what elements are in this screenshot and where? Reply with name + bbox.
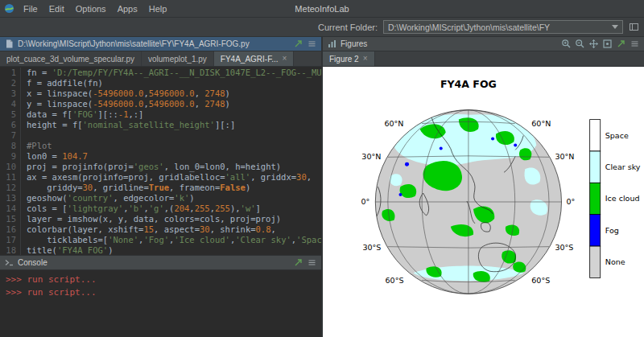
code-line[interactable]: 12 griddy=30, gridline=True, frameon=Fal… bbox=[0, 183, 321, 193]
code-line[interactable]: 10proj = projinfo(proj='geos', lon_0=lon… bbox=[0, 162, 321, 172]
tab[interactable]: FY4A_AGRI-F...× bbox=[214, 51, 295, 66]
code-line[interactable]: 4y = linspace(-5496000.0,5496000.0, 2748… bbox=[0, 99, 321, 109]
tab[interactable]: volumeplot_1.py bbox=[142, 51, 214, 66]
figure-title: FY4A FOG bbox=[440, 78, 497, 90]
line-number: 1 bbox=[0, 68, 21, 78]
code-line[interactable]: 13geoshow('country', edgecolor='k') bbox=[0, 193, 321, 203]
line-content: fn = 'D:/Temp/FY/FY4A--_AGRI--__N_DISK_1… bbox=[27, 68, 321, 78]
code-line[interactable]: 8#Plot bbox=[0, 141, 321, 151]
menu-icon[interactable] bbox=[630, 39, 640, 49]
line-content: ticklabels=['None','Fog','Ice cloud','Cl… bbox=[27, 235, 321, 245]
chevron-down-icon[interactable] bbox=[612, 25, 618, 29]
code-line[interactable]: 16colorbar(layer, xshift=15, aspect=30, … bbox=[0, 224, 321, 235]
tab-label: volumeplot_1.py bbox=[148, 55, 207, 64]
menu-options[interactable]: Options bbox=[70, 2, 112, 15]
console-output[interactable]: >>> run script...>>> run script... bbox=[0, 270, 321, 337]
menubar: FileEditOptionsAppsHelp MeteoInfoLab bbox=[0, 0, 644, 18]
line-number: 5 bbox=[0, 109, 21, 120]
code-line[interactable]: 9lon0 = 104.7 bbox=[0, 151, 321, 162]
undock-icon[interactable] bbox=[293, 39, 303, 49]
undock-icon[interactable] bbox=[293, 257, 303, 268]
code-line[interactable]: 1fn = 'D:/Temp/FY/FY4A--_AGRI--__N_DISK_… bbox=[0, 68, 321, 78]
code-line[interactable]: 18title('FY4A FOG') bbox=[0, 245, 321, 255]
line-content: geoshow('country', edgecolor='k') bbox=[27, 193, 195, 203]
console-titlebar[interactable]: Console bbox=[0, 256, 321, 270]
code-line[interactable]: 15layer = imshow(x, y, data, colors=cols… bbox=[0, 214, 321, 224]
line-content: ax = axesm(projinfo=proj, gridlabelloc='… bbox=[27, 172, 312, 183]
menu-help[interactable]: Help bbox=[143, 2, 173, 15]
colorbar-label: Ice cloud bbox=[605, 195, 640, 203]
line-number: 11 bbox=[0, 172, 21, 183]
figure-canvas[interactable]: FY4A FOG bbox=[323, 67, 644, 337]
line-content: y = linspace(-5496000.0,5496000.0, 2748) bbox=[27, 99, 230, 109]
line-content: griddy=30, gridline=True, frameon=False) bbox=[27, 183, 250, 193]
main-split: D:\Working\MIScript\Jython\mis\satellite… bbox=[0, 37, 644, 337]
line-content: layer = imshow(x, y, data, colors=cols, … bbox=[27, 214, 281, 224]
current-folder-combobox[interactable]: D:\Working\MIScript\Jython\mis\satellite… bbox=[383, 20, 623, 34]
editor-titlebar[interactable]: D:\Working\MIScript\Jython\mis\satellite… bbox=[0, 37, 321, 51]
code-line[interactable]: 3x = linspace(-5496000.0,5496000.0, 2748… bbox=[0, 88, 321, 99]
tab-label: FY4A_AGRI-F... bbox=[221, 55, 279, 64]
grid-label: 30°S bbox=[555, 243, 573, 252]
grid-label: 60°N bbox=[384, 119, 403, 128]
folder-toolbar: Current Folder: D:\Working\MIScript\Jyth… bbox=[0, 18, 644, 37]
sidebar-toggle-icon[interactable] bbox=[629, 22, 639, 32]
pan-icon[interactable] bbox=[588, 39, 599, 49]
line-number: 8 bbox=[0, 141, 21, 151]
line-number: 14 bbox=[0, 203, 21, 214]
line-number: 4 bbox=[0, 99, 21, 109]
line-content: #Plot bbox=[27, 141, 52, 151]
colorbar-label: Space bbox=[605, 131, 629, 140]
figures-titlebar[interactable]: Figures bbox=[323, 37, 644, 51]
colorbar-segment bbox=[590, 246, 601, 277]
line-number: 6 bbox=[0, 120, 21, 130]
menu-edit[interactable]: Edit bbox=[43, 2, 70, 15]
full-extent-icon[interactable] bbox=[602, 39, 613, 49]
line-number: 10 bbox=[0, 162, 21, 172]
line-content: colorbar(layer, xshift=15, aspect=30, sh… bbox=[27, 224, 276, 235]
menu-apps[interactable]: Apps bbox=[112, 2, 143, 15]
meteoinfolab-window: FileEditOptionsAppsHelp MeteoInfoLab Cur… bbox=[0, 0, 644, 337]
current-folder-label: Current Folder: bbox=[318, 23, 378, 32]
grid-label: 60°S bbox=[386, 276, 404, 285]
line-number: 15 bbox=[0, 214, 21, 224]
code-line[interactable]: 5data = f['FOG'][::-1,:] bbox=[0, 109, 321, 120]
figure-tabbar: Figure 2× bbox=[323, 51, 644, 67]
code-line[interactable]: 6height = f['nominal_satellite_height'][… bbox=[0, 120, 321, 130]
code-line[interactable]: 14cols = ['lightgray','b','g',(204,255,2… bbox=[0, 203, 321, 214]
menu-icon[interactable] bbox=[307, 257, 317, 268]
code-line[interactable]: 2f = addfile(fn) bbox=[0, 78, 321, 88]
menu-icon[interactable] bbox=[307, 39, 317, 49]
console-icon bbox=[4, 257, 14, 268]
grid-label: 0° bbox=[361, 198, 369, 207]
console-panel: Console >>> run script...>>> run script.… bbox=[0, 255, 321, 337]
grid-label: 60°S bbox=[531, 276, 550, 285]
menu-file[interactable]: File bbox=[18, 2, 43, 15]
zoom-in-icon[interactable] bbox=[561, 39, 572, 49]
grid-label: 60°N bbox=[531, 119, 551, 128]
zoom-out-icon[interactable] bbox=[575, 39, 585, 49]
code-line[interactable]: 11ax = axesm(projinfo=proj, gridlabelloc… bbox=[0, 172, 321, 183]
line-content: x = linspace(-5496000.0,5496000.0, 2748) bbox=[27, 88, 230, 99]
code-line[interactable]: 7 bbox=[0, 130, 321, 141]
code-line[interactable]: 17 ticklabels=['None','Fog','Ice cloud',… bbox=[0, 235, 321, 245]
line-content: data = f['FOG'][::-1,:] bbox=[27, 109, 143, 120]
undock-icon[interactable] bbox=[616, 39, 626, 49]
tab-close-icon[interactable]: × bbox=[283, 55, 287, 63]
line-number: 13 bbox=[0, 193, 21, 203]
grid-label: 30°S bbox=[362, 243, 381, 252]
line-content: f = addfile(fn) bbox=[27, 78, 103, 88]
menu-items: FileEditOptionsAppsHelp bbox=[18, 2, 172, 15]
line-content: title('FY4A FOG') bbox=[27, 245, 113, 255]
line-number: 9 bbox=[0, 151, 21, 162]
globe bbox=[375, 110, 561, 294]
tab[interactable]: plot_cuace_3d_volume_specular.py bbox=[0, 51, 142, 66]
code-editor[interactable]: 1fn = 'D:/Temp/FY/FY4A--_AGRI--__N_DISK_… bbox=[0, 67, 321, 255]
tab-close-icon[interactable]: × bbox=[363, 55, 368, 63]
left-pane: D:\Working\MIScript\Jython\mis\satellite… bbox=[0, 37, 323, 337]
tab[interactable]: Figure 2× bbox=[323, 51, 375, 66]
python-file-icon bbox=[4, 39, 14, 49]
editor-panel: D:\Working\MIScript\Jython\mis\satellite… bbox=[0, 37, 321, 255]
colorbar-label: Fog bbox=[605, 226, 619, 235]
colorbar: SpaceClear skyIce cloudFogNone bbox=[590, 120, 641, 278]
